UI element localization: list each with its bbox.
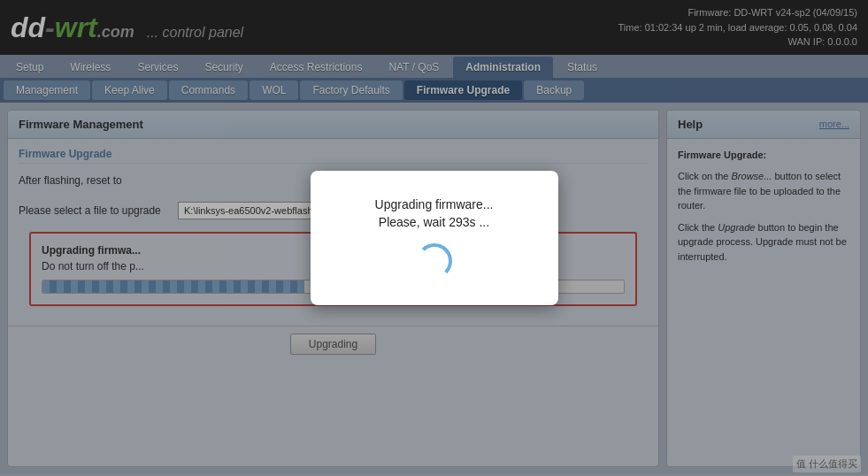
modal-line1: Upgrading firmware... bbox=[346, 197, 523, 211]
modal-overlay: Upgrading firmware... Please, wait 293s … bbox=[0, 0, 868, 476]
loading-spinner bbox=[417, 243, 452, 279]
modal-box: Upgrading firmware... Please, wait 293s … bbox=[311, 171, 558, 305]
modal-line2: Please, wait 293s ... bbox=[346, 215, 523, 229]
spinner-ring bbox=[417, 243, 452, 279]
